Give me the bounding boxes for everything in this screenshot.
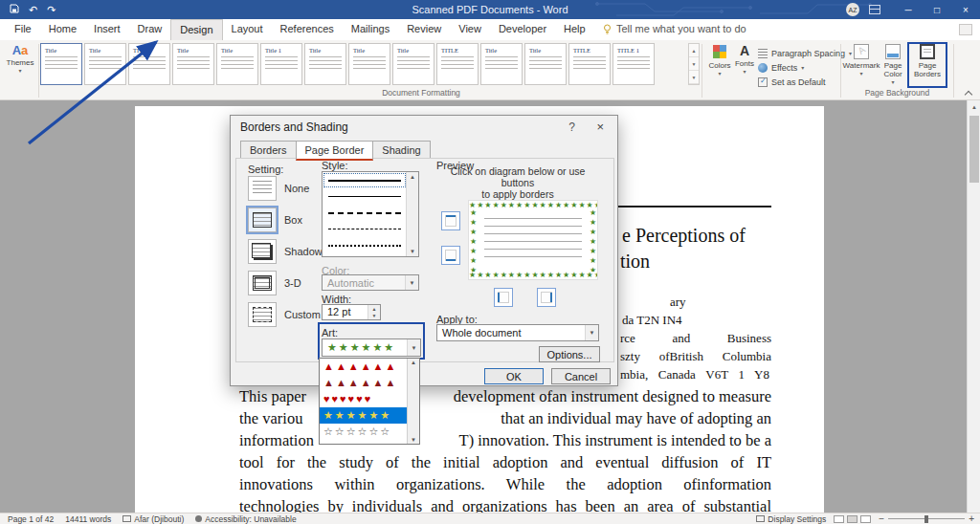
gallery-more-icon[interactable]: ▼ <box>689 71 699 84</box>
style-set-item[interactable]: TITLE <box>436 43 479 85</box>
menu-tab-draw[interactable]: Draw <box>129 19 171 40</box>
tell-me-box[interactable]: Tell me what you want to do <box>603 23 746 34</box>
redo-icon[interactable]: ↷ <box>47 5 56 15</box>
chevron-down-icon[interactable]: ▼ <box>405 275 418 290</box>
dialog-title[interactable]: Borders and Shading <box>231 116 617 139</box>
menu-tab-references[interactable]: References <box>272 19 343 40</box>
style-set-item[interactable]: TITLE 1 <box>612 43 655 85</box>
scroll-down-icon[interactable]: ▼ <box>411 437 416 443</box>
menu-tab-help[interactable]: Help <box>555 19 594 40</box>
setting-option-none[interactable]: None <box>248 175 317 202</box>
art-option-gold-stars[interactable]: ★★★★★★ <box>320 407 408 424</box>
zoom-out-icon[interactable]: − <box>879 515 884 523</box>
vertical-scrollbar[interactable]: ▲ <box>967 100 980 513</box>
style-set-item[interactable]: Title 1 <box>260 43 302 85</box>
gallery-scrollbar[interactable]: ▲ ▼ ▼ <box>688 43 700 85</box>
style-set-item[interactable]: Title <box>348 43 390 85</box>
style-set-item[interactable]: Title <box>216 43 258 85</box>
style-listbox[interactable]: ▲▼ <box>322 171 419 257</box>
menu-tab-review[interactable]: Review <box>398 19 450 40</box>
accessibility-indicator[interactable]: Accessibility: Unavailable <box>195 514 296 524</box>
menu-tab-developer[interactable]: Developer <box>490 19 555 40</box>
menu-tab-file[interactable]: File <box>6 19 40 40</box>
chevron-down-icon[interactable]: ▼ <box>407 339 420 356</box>
gallery-up-icon[interactable]: ▲ <box>689 44 699 57</box>
word-count[interactable]: 14411 words <box>65 514 111 524</box>
minimize-button[interactable]: ─ <box>894 0 923 19</box>
avatar[interactable]: AZ <box>846 3 859 16</box>
style-set-item[interactable]: Title <box>480 43 523 85</box>
menu-tab-design[interactable]: Design <box>170 19 222 40</box>
style-set-item[interactable]: Title <box>392 43 434 85</box>
art-option-red-hearts[interactable]: ♥♥♥♥♥♥ <box>320 391 408 407</box>
close-button[interactable]: × <box>951 0 980 19</box>
menu-tab-layout[interactable]: Layout <box>223 19 272 40</box>
menu-tab-view[interactable]: View <box>450 19 490 40</box>
cancel-button[interactable]: Cancel <box>551 368 611 384</box>
style-set-item[interactable]: Title <box>524 43 567 85</box>
apply-to-combobox[interactable]: Whole document ▼ <box>436 324 599 341</box>
art-dropdown-scrollbar[interactable]: ▲ ▼ <box>407 359 419 444</box>
ribbon-display-options-icon[interactable] <box>869 5 880 14</box>
restore-button[interactable]: □ <box>923 0 951 19</box>
scroll-up-icon[interactable]: ▲ <box>968 100 980 114</box>
scroll-up-icon[interactable]: ▲ <box>411 360 416 365</box>
read-mode-button[interactable] <box>834 515 844 523</box>
setting-option-custom[interactable]: Custom <box>248 301 317 328</box>
style-option-solid[interactable] <box>323 172 407 188</box>
border-preview-diagram[interactable]: ★★★★★★★★★★★★★★★★★★★★★★★★★★★★★★★★★★★★★★★★… <box>468 200 598 280</box>
art-option-dark-red-trees[interactable]: ▲▲▲▲▲▲ <box>320 375 408 391</box>
setting-option-box[interactable]: Box <box>248 207 317 233</box>
menu-extra-icon[interactable] <box>959 24 972 35</box>
style-option-solid-thin[interactable] <box>323 188 407 205</box>
style-option-dotted[interactable] <box>323 237 407 253</box>
menu-tab-home[interactable]: Home <box>40 19 85 40</box>
left-border-toggle-button[interactable] <box>494 288 513 307</box>
display-settings-button[interactable]: Display Settings <box>756 514 826 524</box>
style-set-item[interactable]: TITLE <box>568 43 611 85</box>
undo-icon[interactable]: ↶ <box>29 5 37 15</box>
watermark-button[interactable]: Watermark ▾ <box>846 43 877 89</box>
scrollbar-thumb[interactable] <box>969 116 979 183</box>
spin-down-icon[interactable]: ▼ <box>368 313 380 320</box>
zoom-slider[interactable] <box>888 518 965 519</box>
page-borders-button[interactable]: Page Borders <box>911 43 944 89</box>
paragraph-spacing-button[interactable]: Paragraph Spacing ▾ <box>758 46 840 60</box>
style-list-scrollbar[interactable]: ▲▼ <box>406 172 418 256</box>
current-style-thumbnail[interactable]: Title <box>40 43 82 85</box>
style-set-item[interactable]: Title <box>172 43 214 85</box>
art-option-outline-stars[interactable]: ☆☆☆☆☆☆ <box>320 424 408 440</box>
chevron-down-icon[interactable]: ▼ <box>585 325 598 340</box>
setting-option-shadow[interactable]: Shadow <box>248 238 317 265</box>
menu-tab-mailings[interactable]: Mailings <box>343 19 398 40</box>
options-button[interactable]: Options... <box>539 346 600 362</box>
bottom-border-toggle-button[interactable] <box>441 246 460 265</box>
scroll-up-icon[interactable]: ▲ <box>410 174 415 180</box>
help-icon[interactable]: ? <box>568 120 575 134</box>
scroll-down-icon[interactable]: ▼ <box>410 249 415 254</box>
width-spinner[interactable]: 12 pt ▲▼ <box>322 304 381 320</box>
fonts-button[interactable]: A Fonts ▾ <box>730 43 759 89</box>
color-combobox[interactable]: Automatic ▼ <box>322 274 419 291</box>
style-option-dashed[interactable] <box>323 205 407 221</box>
art-option-red-trees[interactable]: ▲▲▲▲▲▲ <box>320 359 408 375</box>
web-layout-button[interactable] <box>860 515 871 523</box>
right-border-toggle-button[interactable] <box>537 288 556 307</box>
zoom-in-icon[interactable]: + <box>969 515 974 523</box>
page-indicator[interactable]: Page 1 of 42 <box>8 514 54 524</box>
themes-button[interactable]: Aa Themes ▾ <box>4 43 36 87</box>
save-icon[interactable] <box>10 4 19 15</box>
gallery-down-icon[interactable]: ▼ <box>689 57 699 71</box>
dialog-tab-page-border[interactable]: Page Border <box>296 141 374 161</box>
close-icon[interactable]: × <box>596 120 604 134</box>
style-set-item[interactable]: Title <box>304 43 346 85</box>
style-set-item[interactable]: TITLE <box>128 43 170 85</box>
setting-option-3d[interactable]: 3-D <box>248 270 317 296</box>
print-layout-button[interactable] <box>847 515 858 523</box>
menu-tab-insert[interactable]: Insert <box>85 19 129 40</box>
style-option-dashed-short[interactable] <box>323 221 407 237</box>
collapse-ribbon-icon[interactable] <box>965 90 972 98</box>
page-color-button[interactable]: Page Color ▾ <box>879 43 907 89</box>
top-border-toggle-button[interactable] <box>441 211 460 230</box>
spin-up-icon[interactable]: ▲ <box>368 305 380 313</box>
